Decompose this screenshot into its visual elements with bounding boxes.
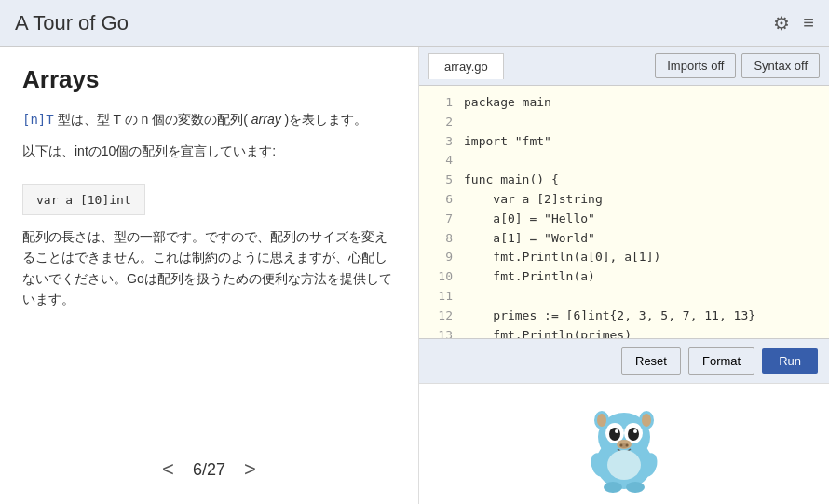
code-editor[interactable]: 1package main23import "fmt"45func main()…: [419, 86, 829, 338]
svg-point-7: [633, 429, 637, 433]
table-row: 5func main() {: [419, 170, 829, 190]
line-number: 5: [427, 170, 453, 190]
line-code: import "fmt": [464, 132, 551, 152]
line-number: 2: [427, 113, 453, 132]
svg-point-17: [604, 482, 622, 493]
line-code: primes := [6]int{2, 3, 5, 7, 11, 13}: [464, 306, 755, 326]
line-number: 6: [427, 190, 453, 210]
run-button[interactable]: Run: [762, 348, 818, 374]
table-row: 11: [419, 287, 829, 306]
para1-array: array: [251, 112, 281, 127]
paragraph-1: [n]T 型は、型 T の n 個の変数の配列( array )を表します。: [22, 109, 396, 129]
svg-point-18: [626, 482, 645, 493]
toggle-buttons: Imports off Syntax off: [655, 53, 820, 78]
para1-text1: 型は、型 T の n 個の変数の配列(: [58, 112, 251, 127]
table-row: 12 primes := [6]int{2, 3, 5, 7, 11, 13}: [419, 306, 829, 326]
page-title: A Tour of Go: [15, 11, 129, 35]
main-layout: Arrays [n]T 型は、型 T の n 個の変数の配列( array )を…: [0, 47, 829, 504]
line-code: fmt.Println(primes): [464, 326, 632, 338]
line-code: package main: [464, 93, 551, 113]
gopher-image: [568, 388, 680, 500]
table-row: 6 var a [2]string: [419, 190, 829, 210]
next-button[interactable]: >: [244, 457, 256, 482]
line-number: 11: [427, 287, 453, 306]
code-snippet: var a [10]int: [22, 184, 145, 215]
table-row: 7 a[0] = "Hello": [419, 210, 829, 229]
tab-bar: array.go Imports off Syntax off: [419, 47, 829, 86]
line-number: 3: [427, 132, 453, 152]
svg-point-19: [620, 443, 623, 446]
left-content: Arrays [n]T 型は、型 T の n 個の変数の配列( array )を…: [22, 65, 396, 320]
page-indicator: 6/27: [193, 460, 225, 480]
table-row: 4: [419, 151, 829, 170]
line-number: 10: [427, 267, 453, 287]
svg-point-16: [607, 450, 641, 480]
syntax-off-button[interactable]: Syntax off: [741, 53, 820, 78]
prev-button[interactable]: <: [162, 457, 174, 482]
line-number: 12: [427, 306, 453, 326]
format-button[interactable]: Format: [688, 347, 754, 375]
menu-icon[interactable]: ≡: [803, 12, 814, 34]
line-number: 13: [427, 326, 453, 338]
svg-point-12: [597, 414, 606, 427]
line-number: 8: [427, 229, 453, 249]
svg-point-13: [642, 414, 651, 427]
line-code: a[1] = "World": [464, 229, 595, 249]
paragraph-3: 配列の長さは、型の一部です。ですので、配列のサイズを変えることはできません。これ…: [22, 226, 396, 310]
table-row: 2: [419, 113, 829, 132]
table-row: 9 fmt.Println(a[0], a[1]): [419, 248, 829, 267]
svg-point-4: [609, 428, 620, 441]
inline-code-nT: [n]T: [22, 112, 54, 127]
nav-row: < 6/27 >: [22, 444, 396, 485]
svg-point-5: [628, 428, 639, 441]
line-code: fmt.Println(a): [464, 267, 595, 287]
header-icons: ⚙ ≡: [773, 12, 814, 34]
header: A Tour of Go ⚙ ≡: [0, 0, 829, 47]
table-row: 3import "fmt": [419, 132, 829, 152]
paragraph-2: 以下は、intの10個の配列を宣言しています:: [22, 141, 396, 161]
table-row: 13 fmt.Println(primes): [419, 326, 829, 338]
gopher-area: [419, 383, 829, 504]
left-panel: Arrays [n]T 型は、型 T の n 個の変数の配列( array )を…: [0, 47, 419, 504]
bottom-bar: Reset Format Run: [419, 338, 829, 383]
table-row: 1package main: [419, 93, 829, 113]
svg-point-6: [615, 429, 618, 433]
tab-array-go[interactable]: array.go: [428, 53, 504, 79]
line-number: 4: [427, 151, 453, 170]
line-number: 7: [427, 210, 453, 229]
reset-button[interactable]: Reset: [621, 347, 681, 375]
right-panel: array.go Imports off Syntax off 1package…: [419, 47, 829, 504]
line-number: 1: [427, 93, 453, 113]
line-code: fmt.Println(a[0], a[1]): [464, 248, 660, 267]
table-row: 10 fmt.Println(a): [419, 267, 829, 287]
gear-icon[interactable]: ⚙: [773, 12, 790, 34]
table-row: 8 a[1] = "World": [419, 229, 829, 249]
section-heading: Arrays: [22, 65, 396, 94]
line-code: func main() {: [464, 170, 559, 190]
svg-point-20: [626, 443, 629, 446]
line-number: 9: [427, 248, 453, 267]
line-code: var a [2]string: [464, 190, 603, 210]
imports-off-button[interactable]: Imports off: [655, 53, 736, 78]
line-code: a[0] = "Hello": [464, 210, 595, 229]
para1-text2: )を表します。: [285, 112, 368, 127]
